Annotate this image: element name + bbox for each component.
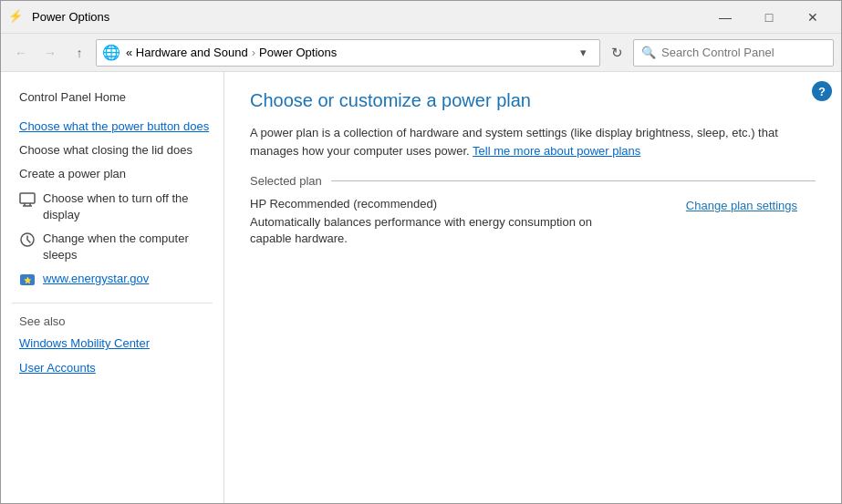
change-plan-link[interactable]: Change plan settings (686, 199, 797, 212)
help-button[interactable]: ? (812, 81, 832, 101)
selected-plan-section: Selected plan HP Recommended (recommende… (250, 174, 816, 247)
address-dropdown-button[interactable]: ▾ (572, 40, 594, 66)
content-description: A power plan is a collection of hardware… (250, 124, 779, 159)
plan-description: Automatically balances performance with … (250, 214, 597, 247)
title-bar-title: Power Options (32, 10, 704, 24)
energystar-icon: ⭐ (19, 272, 36, 288)
main-container: Control Panel Home Choose what the power… (1, 72, 841, 504)
refresh-button[interactable]: ↻ (604, 40, 629, 66)
minimize-button[interactable]: — (704, 5, 746, 30)
sidebar-item-mobility[interactable]: Windows Mobility Center (1, 332, 223, 355)
title-bar-controls: — □ ✕ (704, 5, 834, 30)
navigation-bar: ← → ↑ 🌐 « Hardware and Sound › Power Opt… (1, 34, 841, 72)
page-title: Choose or customize a power plan (250, 90, 816, 111)
display-icon (19, 191, 36, 208)
address-globe-icon: 🌐 (102, 44, 120, 61)
forward-button[interactable]: → (37, 40, 63, 66)
address-text: « Hardware and Sound › Power Options (126, 46, 567, 59)
sidebar-item-display[interactable]: Choose when to turn off the display (1, 187, 223, 227)
address-bar[interactable]: 🌐 « Hardware and Sound › Power Options ▾ (96, 39, 600, 67)
sidebar-item-power-button[interactable]: Choose what the power button does (1, 115, 223, 139)
see-also-label: See also (1, 311, 223, 332)
sidebar-item-accounts[interactable]: User Accounts (1, 356, 223, 380)
sidebar-item-lid[interactable]: Choose what closing the lid does (1, 139, 223, 162)
search-icon: 🔍 (641, 46, 656, 59)
address-separator: › (252, 46, 255, 59)
display-label: Choose when to turn off the display (43, 190, 213, 223)
learn-more-link[interactable]: Tell me more about power plans (473, 144, 640, 158)
sleep-label: Change when the computer sleeps (43, 231, 213, 263)
sleep-icon (19, 231, 36, 248)
maximize-button[interactable]: □ (748, 5, 790, 30)
svg-rect-0 (20, 193, 35, 203)
sidebar-item-energystar[interactable]: ⭐ www.energystar.gov (1, 267, 223, 292)
selected-plan-label: Selected plan (250, 174, 816, 188)
svg-text:⭐: ⭐ (24, 276, 32, 284)
search-box: 🔍 (633, 39, 834, 67)
address-part-2: Power Options (259, 46, 337, 59)
title-bar: ⚡ Power Options — □ ✕ (1, 1, 841, 34)
sidebar-item-sleep[interactable]: Change when the computer sleeps (1, 227, 223, 267)
sidebar-divider (12, 303, 213, 303)
search-input[interactable] (661, 46, 816, 59)
sidebar: Control Panel Home Choose what the power… (1, 72, 224, 504)
plan-row: HP Recommended (recommended) Automatical… (250, 197, 797, 247)
up-button[interactable]: ↑ (67, 40, 92, 66)
close-button[interactable]: ✕ (792, 5, 834, 30)
sidebar-item-control-panel-home: Control Panel Home (1, 87, 223, 108)
back-button[interactable]: ← (8, 40, 34, 66)
content-area: ? Choose or customize a power plan A pow… (224, 72, 841, 504)
address-part-1: « Hardware and Sound (126, 46, 248, 59)
plan-info: HP Recommended (recommended) Automatical… (250, 197, 686, 247)
plan-name: HP Recommended (recommended) (250, 197, 686, 211)
energystar-label: www.energystar.gov (43, 271, 149, 287)
sidebar-item-create-plan[interactable]: Create a power plan (1, 162, 223, 186)
app-icon: ⚡ (8, 9, 25, 26)
